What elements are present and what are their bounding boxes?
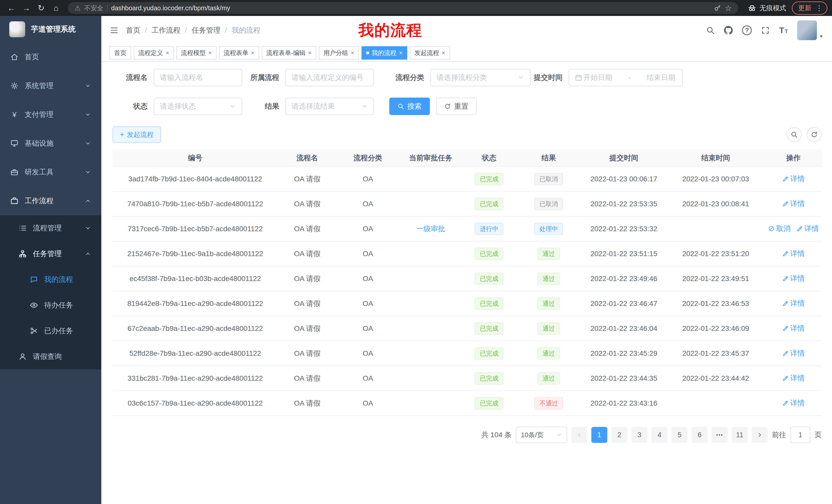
tab-process-model[interactable]: 流程模型× (176, 46, 216, 60)
detail-link[interactable]: 详情 (782, 199, 805, 208)
back-icon[interactable]: ← (5, 2, 18, 14)
result-select[interactable]: 请选择流结果 (285, 97, 374, 115)
sidebar-item-system[interactable]: 系统管理 (0, 72, 101, 100)
sidebar-item-devtools[interactable]: 研发工具 (0, 158, 101, 187)
detail-link[interactable]: 详情 (782, 348, 805, 358)
create-process-button[interactable]: + 发起流程 (113, 127, 161, 143)
refresh-table-button[interactable] (807, 127, 822, 142)
breadcrumb-home[interactable]: 首页 (126, 25, 140, 35)
sidebar-item-process-management[interactable]: 流程管理 (0, 215, 101, 241)
page-size-select[interactable]: 10条/页 (516, 427, 567, 443)
chevron-down-icon (556, 432, 562, 438)
process-name-field[interactable] (160, 74, 236, 82)
detail-link[interactable]: 详情 (782, 249, 805, 258)
process-name: OA 请假 (294, 399, 321, 407)
submit-time: 2022-01-22 23:49:46 (590, 275, 657, 283)
submit-time-range-picker[interactable]: 开始日期 - 结束日期 (569, 69, 683, 86)
tab-process-form[interactable]: 流程表单× (219, 46, 259, 60)
sidebar-item-infrastructure[interactable]: 基础设施 (0, 129, 101, 158)
prev-page-button[interactable] (571, 427, 587, 443)
page-button-6[interactable]: 6 (692, 427, 707, 443)
detail-link[interactable]: 详情 (782, 274, 805, 283)
breadcrumb-workflow[interactable]: 工作流程 (152, 25, 181, 35)
page-button-1[interactable]: 1 (591, 427, 607, 443)
page-button-5[interactable]: 5 (672, 427, 687, 443)
category-label: 流程分类 (389, 73, 431, 82)
browser-home-icon[interactable]: ⌂ (49, 2, 63, 14)
fullscreen-icon[interactable] (761, 26, 770, 35)
page-button-2[interactable]: 2 (612, 427, 627, 443)
cancel-link[interactable]: 取消 (768, 224, 790, 233)
star-icon[interactable]: ☆ (725, 4, 732, 12)
breadcrumb-task-management[interactable]: 任务管理 (192, 25, 220, 35)
goto-page-input[interactable] (790, 427, 810, 443)
process-id: 331bc281-7b9a-11ec-a290-acde48001122 (128, 374, 263, 382)
start-date-placeholder[interactable]: 开始日期 (582, 73, 614, 82)
reload-icon[interactable]: ↻ (34, 2, 48, 14)
font-size-icon[interactable]: TT (779, 26, 788, 35)
monitor-icon (10, 139, 19, 147)
more-pages-button[interactable]: ••• (712, 427, 728, 443)
process-definition-field[interactable] (291, 74, 368, 82)
chevron-down-icon (85, 169, 91, 175)
close-icon[interactable]: × (251, 49, 255, 57)
sidebar-toggle-icon[interactable] (110, 26, 118, 34)
edit-icon (782, 350, 789, 357)
page-button-11[interactable]: 11 (732, 427, 748, 443)
detail-link[interactable]: 详情 (782, 324, 805, 333)
help-icon[interactable]: ? (742, 25, 752, 35)
sidebar-item-my-process[interactable]: 我的流程 (0, 267, 101, 292)
avatar[interactable] (797, 20, 817, 40)
submit-time: 2022-01-22 23:46:04 (590, 325, 657, 332)
sidebar-item-done-tasks[interactable]: 已办任务 (0, 318, 101, 344)
update-button[interactable]: 更新 ⋮ (792, 2, 827, 15)
page-button-4[interactable]: 4 (651, 427, 668, 443)
reset-button[interactable]: 重置 (436, 97, 477, 115)
close-icon[interactable]: × (442, 49, 445, 57)
url-text[interactable]: dashboard.yudao.iocoder.cn/bpm/task/my (111, 4, 230, 12)
close-icon[interactable]: × (399, 49, 402, 57)
process-name-input[interactable] (154, 69, 242, 86)
github-icon[interactable] (724, 26, 733, 35)
sidebar-item-home[interactable]: 首页 (0, 43, 101, 72)
browser-menu-icon[interactable]: ⋮ (815, 4, 823, 12)
detail-link[interactable]: 详情 (782, 398, 805, 408)
edit-icon (782, 200, 789, 207)
user-avatar[interactable]: ▼ (797, 20, 823, 40)
close-icon[interactable]: × (208, 49, 212, 57)
key-icon[interactable] (714, 4, 721, 11)
page-button-3[interactable]: 3 (631, 427, 647, 443)
detail-link[interactable]: 详情 (782, 373, 805, 383)
current-task-link[interactable]: 一级审批 (416, 225, 445, 233)
sidebar-item-task-management[interactable]: 任务管理 (0, 241, 101, 267)
sidebar-item-todo-tasks[interactable]: 待办任务 (0, 292, 101, 318)
security-label[interactable]: 不安全 (84, 4, 103, 12)
tab-home[interactable]: 首页 (109, 46, 131, 60)
tab-user-group[interactable]: 用户分组× (319, 46, 359, 60)
close-icon[interactable]: × (351, 49, 354, 57)
tab-process-form-edit[interactable]: 流程表单-编辑× (262, 46, 316, 60)
category-select[interactable]: 请选择流程分类 (431, 69, 531, 86)
process-name: OA 请假 (294, 250, 321, 258)
chevron-down-icon (85, 225, 91, 231)
next-page-button[interactable] (752, 427, 768, 443)
end-date-placeholder[interactable]: 结束日期 (645, 73, 677, 82)
detail-link[interactable]: 详情 (782, 174, 805, 184)
close-icon[interactable]: × (308, 49, 312, 57)
forward-icon[interactable]: → (20, 2, 33, 14)
detail-link[interactable]: 详情 (782, 299, 805, 308)
tab-process-definition[interactable]: 流程定义× (134, 46, 174, 60)
sidebar-item-workflow[interactable]: 工作流程 (0, 187, 101, 215)
tab-start-process[interactable]: 发起流程× (410, 46, 450, 60)
search-toggle-button[interactable] (787, 127, 802, 142)
search-button[interactable]: 搜索 (389, 97, 430, 115)
detail-link[interactable]: 详情 (796, 224, 819, 233)
search-icon[interactable] (706, 26, 715, 35)
sidebar-item-leave-query[interactable]: 请假查询 (0, 344, 101, 369)
tab-my-process[interactable]: 我的流程× (362, 46, 407, 60)
status-select[interactable]: 请选择状态 (154, 97, 242, 115)
close-icon[interactable]: × (165, 49, 169, 57)
process-definition-input[interactable] (285, 69, 374, 86)
address-bar[interactable]: ⚠ 不安全 dashboard.yudao.iocoder.cn/bpm/tas… (68, 2, 738, 14)
sidebar-item-payment[interactable]: ¥ 支付管理 (0, 100, 101, 129)
